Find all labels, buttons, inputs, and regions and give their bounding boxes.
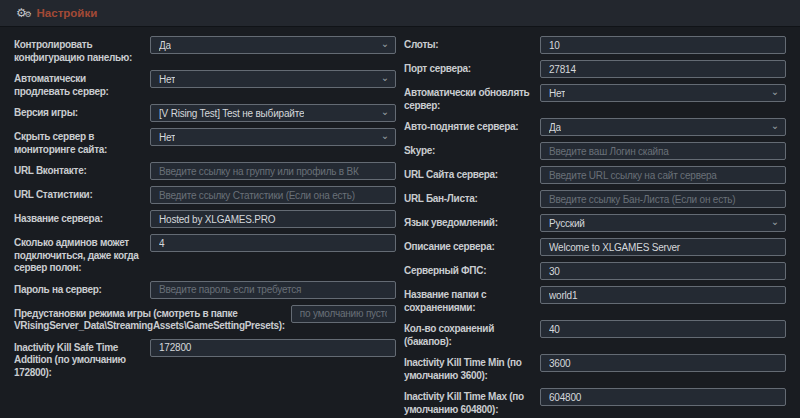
- inactivity-kill-time-min-label: Inactivity Kill Time Min (по умолчанию 3…: [404, 357, 534, 382]
- server-name-label: Название сервера:: [14, 213, 144, 226]
- auto-update-server-label: Автоматически обновлять сервер:: [404, 87, 534, 112]
- form-row-stats-url: URL Статистики:: [14, 186, 396, 204]
- max-admins-label: Сколько админов может подключиться, даже…: [14, 237, 144, 275]
- max-admins-input[interactable]: [150, 234, 396, 252]
- inactivity-kill-time-max-input[interactable]: [540, 388, 786, 406]
- chevron-down-icon: ⌄: [771, 87, 779, 97]
- panel-config-select[interactable]: Да⌄: [150, 36, 396, 54]
- server-fps-input[interactable]: [540, 262, 786, 280]
- game-version-label: Версия игры:: [14, 107, 144, 120]
- settings-form: Контролировать конфигурацию панелью:Да⌄А…: [0, 27, 800, 418]
- form-row-inactivity-kill-time-max: Inactivity Kill Time Max (по умолчанию 6…: [404, 388, 786, 416]
- game-presets-input[interactable]: [291, 305, 396, 323]
- chevron-down-icon: ⌄: [381, 131, 389, 141]
- game-presets-label: Предустановки режима игры (смотреть в па…: [14, 308, 285, 333]
- vk-url-input[interactable]: [150, 162, 396, 180]
- form-row-server-name: Название сервера:: [14, 210, 396, 228]
- form-row-server-site-url: URL Сайта сервера:: [404, 166, 786, 184]
- backup-count-label: Кол-во сохранений (бакапов):: [404, 323, 534, 348]
- form-row-server-port: Порт сервера:: [404, 60, 786, 78]
- server-fps-label: Серверный ФПС:: [404, 265, 534, 278]
- form-row-game-version: Версия игры:[V Rising Test] Test не выби…: [14, 104, 396, 122]
- server-password-label: Пароль на сервер:: [14, 284, 144, 297]
- form-row-auto-update-server: Автоматически обновлять сервер:Нет⌄: [404, 84, 786, 112]
- panel-config-label: Контролировать конфигурацию панелью:: [14, 39, 144, 64]
- ban-list-url-input[interactable]: [540, 190, 786, 208]
- form-row-max-admins: Сколько админов может подключиться, даже…: [14, 234, 396, 275]
- hide-server-monitoring-select[interactable]: Нет⌄: [150, 128, 396, 146]
- chevron-down-icon: ⌄: [381, 39, 389, 49]
- server-port-label: Порт сервера:: [404, 63, 534, 76]
- inactivity-kill-time-max-label: Inactivity Kill Time Max (по умолчанию 6…: [404, 391, 534, 416]
- auto-update-server-selected-value: Нет: [549, 88, 565, 99]
- skype-label: Skype:: [404, 145, 534, 158]
- page-title: Настройки: [37, 7, 98, 19]
- hide-server-monitoring-selected-value: Нет: [159, 132, 175, 143]
- form-row-server-description: Описание сервера:: [404, 238, 786, 256]
- form-row-game-presets: Предустановки режима игры (смотреть в па…: [14, 305, 396, 333]
- server-description-input[interactable]: [540, 238, 786, 256]
- skype-input[interactable]: [540, 142, 786, 160]
- form-row-slots: Слоты:: [404, 36, 786, 54]
- form-column-right: Слоты:Порт сервера:Автоматически обновля…: [404, 36, 786, 418]
- chevron-down-icon: ⌄: [771, 121, 779, 131]
- auto-renew-server-selected-value: Нет: [159, 74, 175, 85]
- stats-url-label: URL Статистики:: [14, 189, 144, 202]
- form-row-auto-renew-server: Автоматически продлевать сервер:Нет⌄: [14, 70, 396, 98]
- auto-update-server-select[interactable]: Нет⌄: [540, 84, 786, 102]
- auto-renew-server-label: Автоматически продлевать сервер:: [14, 73, 144, 98]
- server-port-input[interactable]: [540, 60, 786, 78]
- form-row-hide-server-monitoring: Скрыть сервер в мониторинге сайта:Нет⌄: [14, 128, 396, 156]
- form-column-left: Контролировать конфигурацию панелью:Да⌄А…: [14, 36, 396, 418]
- form-row-inactivity-kill-time-min: Inactivity Kill Time Min (по умолчанию 3…: [404, 354, 786, 382]
- stats-url-input[interactable]: [150, 186, 396, 204]
- game-version-selected-value: [V Rising Test] Test не выбирайте: [159, 108, 304, 119]
- server-description-label: Описание сервера:: [404, 241, 534, 254]
- server-password-input[interactable]: [150, 281, 396, 299]
- inactivity-kill-safe-time-input[interactable]: [150, 339, 396, 357]
- notification-language-label: Язык уведомлений:: [404, 217, 534, 230]
- chevron-down-icon: ⌄: [771, 217, 779, 227]
- inactivity-kill-time-min-input[interactable]: [540, 354, 786, 372]
- hide-server-monitoring-label: Скрыть сервер в мониторинге сайта:: [14, 131, 144, 156]
- backup-count-input[interactable]: [540, 320, 786, 338]
- ban-list-url-label: URL Бан-Листа:: [404, 193, 534, 206]
- auto-restart-server-selected-value: Да: [549, 122, 561, 133]
- game-version-select[interactable]: [V Rising Test] Test не выбирайте⌄: [150, 104, 396, 122]
- chevron-down-icon: ⌄: [381, 107, 389, 117]
- auto-restart-server-select[interactable]: Да⌄: [540, 118, 786, 136]
- save-folder-name-label: Название папки с сохранениями:: [404, 289, 534, 314]
- header-bar: ⚙⚙ Настройки: [0, 0, 800, 27]
- form-row-vk-url: URL Вконтакте:: [14, 162, 396, 180]
- form-row-server-password: Пароль на сервер:: [14, 281, 396, 299]
- form-row-skype: Skype:: [404, 142, 786, 160]
- inactivity-kill-safe-time-label: Inactivity Kill Safe Time Addition (по у…: [14, 342, 144, 380]
- form-row-save-folder-name: Название папки с сохранениями:: [404, 286, 786, 314]
- vk-url-label: URL Вконтакте:: [14, 165, 144, 178]
- form-row-notification-language: Язык уведомлений:Русский⌄: [404, 214, 786, 232]
- notification-language-selected-value: Русский: [549, 218, 585, 229]
- auto-restart-server-label: Авто-поднятие сервера:: [404, 121, 534, 134]
- auto-renew-server-select[interactable]: Нет⌄: [150, 70, 396, 88]
- server-site-url-input[interactable]: [540, 166, 786, 184]
- server-name-input[interactable]: [150, 210, 396, 228]
- save-folder-name-input[interactable]: [540, 286, 786, 304]
- notification-language-select[interactable]: Русский⌄: [540, 214, 786, 232]
- form-row-panel-config: Контролировать конфигурацию панелью:Да⌄: [14, 36, 396, 64]
- form-row-auto-restart-server: Авто-поднятие сервера:Да⌄: [404, 118, 786, 136]
- panel-config-selected-value: Да: [159, 40, 171, 51]
- form-row-ban-list-url: URL Бан-Листа:: [404, 190, 786, 208]
- slots-input[interactable]: [540, 36, 786, 54]
- server-site-url-label: URL Сайта сервера:: [404, 169, 534, 182]
- form-row-inactivity-kill-safe-time: Inactivity Kill Safe Time Addition (по у…: [14, 339, 396, 380]
- gears-icon: ⚙⚙: [16, 7, 32, 19]
- form-row-backup-count: Кол-во сохранений (бакапов):: [404, 320, 786, 348]
- chevron-down-icon: ⌄: [381, 73, 389, 83]
- slots-label: Слоты:: [404, 39, 534, 52]
- form-row-server-fps: Серверный ФПС:: [404, 262, 786, 280]
